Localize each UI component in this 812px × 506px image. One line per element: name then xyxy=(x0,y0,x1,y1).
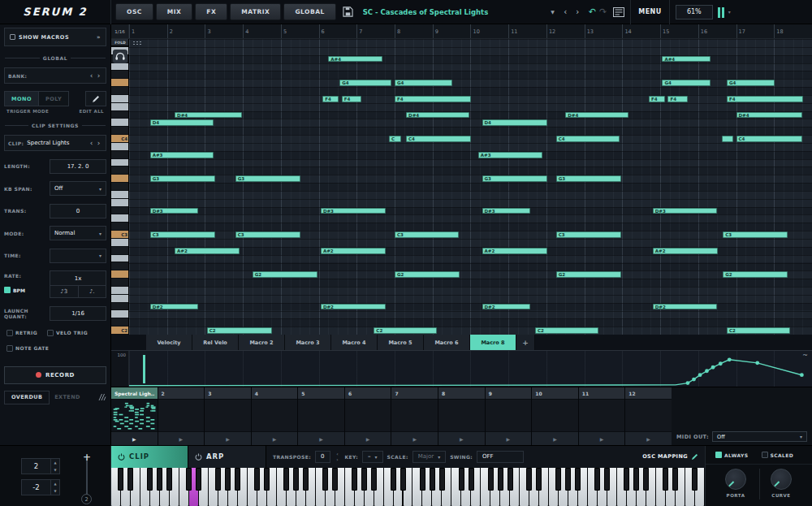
clip-play-button[interactable]: ▶ xyxy=(532,431,578,445)
preset-dropdown-icon[interactable]: ▼ xyxy=(551,9,555,15)
bank-prev-button[interactable]: ‹ xyxy=(88,71,95,81)
piano-key-a2[interactable] xyxy=(111,255,129,263)
clip-selector[interactable]: CLIP: Spectral Lights ‹ › xyxy=(4,135,106,151)
black-key[interactable] xyxy=(663,468,668,491)
tab-matrix[interactable]: MATRIX xyxy=(230,3,281,20)
note-c2[interactable]: C2 xyxy=(727,327,790,334)
preset-display[interactable]: SC - Cascades of Spectral Lights ▼ xyxy=(359,4,559,20)
black-key[interactable] xyxy=(322,468,328,491)
automation-lane[interactable]: 100 ~ xyxy=(111,350,812,387)
black-key[interactable] xyxy=(352,468,357,491)
redo-button[interactable]: ↷ xyxy=(599,6,607,17)
dotted-note-button[interactable]: ♪. xyxy=(79,286,106,297)
piano-key-ds4[interactable] xyxy=(111,111,129,119)
note-ds2[interactable]: D#2 xyxy=(653,304,717,310)
piano-key-gs2[interactable] xyxy=(111,262,129,270)
piano-key-d2[interactable] xyxy=(111,310,129,318)
black-key[interactable] xyxy=(254,468,260,491)
curve-tool-icon[interactable]: ~ xyxy=(802,352,808,359)
clip-play-button[interactable]: ▶ xyxy=(252,431,298,445)
midi-out-dropdown[interactable]: Off ▾ xyxy=(712,431,807,442)
piano-key-ds3[interactable] xyxy=(111,207,129,215)
note-g4[interactable]: G4 xyxy=(339,80,391,86)
note-as4[interactable]: A#4 xyxy=(662,56,710,63)
headphones-icon[interactable] xyxy=(113,50,127,63)
black-key[interactable] xyxy=(391,468,396,491)
ruler-ticks[interactable]: 123456789101112131415161718 xyxy=(129,24,812,38)
piano-key-as3[interactable] xyxy=(111,151,129,159)
clip-slot[interactable]: 9▶ xyxy=(486,387,532,445)
step-down-icon[interactable]: ▼ xyxy=(51,466,59,474)
scale-dropdown[interactable]: Major ▾ xyxy=(412,451,446,463)
clip-slot[interactable]: 3▶ xyxy=(205,387,251,445)
overdub-button[interactable]: OVERDUB xyxy=(4,391,50,404)
length-field[interactable]: 17. 2. 0 xyxy=(50,159,106,174)
time-dropdown[interactable]: ▾ xyxy=(50,249,106,263)
scaled-toggle[interactable]: SCALED xyxy=(762,452,794,458)
note-as2[interactable]: A#2 xyxy=(175,248,240,254)
black-key[interactable] xyxy=(293,468,299,491)
tab-osc[interactable]: OSC xyxy=(115,3,153,20)
note-c4[interactable]: C4 xyxy=(556,136,620,142)
black-key[interactable] xyxy=(196,468,201,491)
note-c3[interactable]: C3 xyxy=(556,231,621,238)
note-g3[interactable]: G3 xyxy=(235,175,300,182)
note-ds4[interactable]: D#4 xyxy=(736,112,803,119)
note-g2[interactable]: G2 xyxy=(253,271,317,278)
transpose-next-button[interactable]: › xyxy=(335,456,341,462)
note-f4[interactable]: F4 xyxy=(649,96,665,102)
note-ds2[interactable]: D#2 xyxy=(321,304,386,310)
clip-play-button[interactable]: ▶ xyxy=(298,431,344,445)
note-as3[interactable]: A#3 xyxy=(478,152,542,158)
note-c4[interactable]: C4 xyxy=(736,136,803,142)
volume-dropdown-icon[interactable]: ▾ xyxy=(728,9,731,15)
black-key[interactable] xyxy=(332,468,338,491)
launch-quant-field[interactable]: 1/16 xyxy=(50,306,106,321)
piano-key-g3[interactable] xyxy=(111,175,129,183)
piano-key-as2[interactable] xyxy=(111,247,129,255)
note-g3[interactable]: G3 xyxy=(150,175,215,182)
note-d4[interactable]: D4 xyxy=(150,119,214,126)
clip-play-button[interactable]: ▶ xyxy=(345,431,391,445)
transpose-field[interactable]: 0 xyxy=(315,451,330,463)
black-key[interactable] xyxy=(420,468,425,491)
clip-play-button[interactable]: ▶ xyxy=(625,431,672,445)
poly-button[interactable]: POLY xyxy=(39,92,68,106)
clip-slot[interactable]: 2▶ xyxy=(158,387,205,445)
black-key[interactable] xyxy=(594,468,600,491)
note-f4[interactable]: F4 xyxy=(395,96,471,102)
note-grid[interactable]: A#4A#4G4G4G4G4F4F4F4F4F4F4D#4D#4D#4D#4D4… xyxy=(129,39,812,335)
snap-setting[interactable]: 1/16 xyxy=(111,24,129,38)
piano-key-e3[interactable] xyxy=(111,199,129,207)
piano-key-f4[interactable] xyxy=(111,95,129,103)
piano-key-e2[interactable] xyxy=(111,295,129,303)
lane-tab-macro-5[interactable]: Macro 5 xyxy=(378,335,424,350)
note-ds3[interactable]: D#3 xyxy=(653,208,717,214)
clip-slot[interactable]: 4▶ xyxy=(252,387,298,445)
black-key[interactable] xyxy=(186,468,192,491)
rate-field[interactable]: 1x xyxy=(50,271,106,285)
black-key[interactable] xyxy=(400,468,406,491)
curve-knob[interactable] xyxy=(771,469,792,490)
clip-slot[interactable]: 12▶ xyxy=(625,387,672,445)
save-icon[interactable] xyxy=(343,6,353,17)
piano-key-fs3[interactable] xyxy=(111,183,129,191)
fold-button[interactable]: FOLD xyxy=(111,39,129,46)
lane-tab-rel-velo[interactable]: Rel Velo xyxy=(192,335,239,350)
clip-slot[interactable]: 11▶ xyxy=(579,387,625,445)
record-button[interactable]: RECORD xyxy=(4,366,106,384)
note-g2[interactable]: G2 xyxy=(723,271,788,278)
octave-up-stepper[interactable]: 2 ▲ ▼ xyxy=(21,458,60,474)
note-as2[interactable]: A#2 xyxy=(653,248,718,254)
black-key[interactable] xyxy=(498,468,503,491)
piano-key-b2[interactable] xyxy=(111,239,129,247)
note-ds4[interactable]: D#4 xyxy=(565,112,628,119)
mod-slider-handle[interactable]: + xyxy=(80,451,93,464)
note-as2[interactable]: A#2 xyxy=(321,248,386,254)
clip-play-button[interactable]: ▶ xyxy=(438,431,485,445)
note-f4[interactable]: F4 xyxy=(342,96,361,102)
piano-key-c3[interactable]: C3 xyxy=(111,231,129,239)
clip-slot[interactable]: 10▶ xyxy=(532,387,578,445)
note-g4[interactable]: G4 xyxy=(395,80,452,86)
note-g3[interactable]: G3 xyxy=(482,175,547,182)
